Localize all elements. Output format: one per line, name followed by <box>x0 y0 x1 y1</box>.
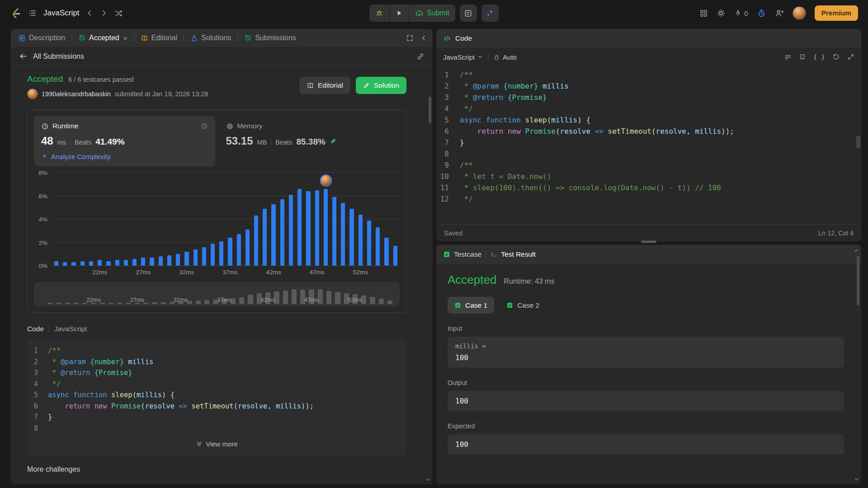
user-avatar[interactable] <box>793 6 806 20</box>
runtime-distribution-bar[interactable] <box>245 230 250 266</box>
runtime-distribution-bar[interactable] <box>237 234 241 266</box>
debugger-button[interactable] <box>369 5 389 22</box>
runtime-distribution-bar[interactable] <box>228 238 232 266</box>
notes-button[interactable] <box>460 5 477 22</box>
tab-accepted[interactable]: Accepted × <box>76 33 129 43</box>
output-field[interactable]: 100 <box>448 391 844 411</box>
back-arrow-icon[interactable] <box>19 52 28 61</box>
memory-stat-card[interactable]: Memory 53.15 MB Beats 85.38% <box>219 116 400 166</box>
add-collaborator-icon[interactable] <box>775 9 784 18</box>
runtime-distribution-bar[interactable] <box>297 189 302 266</box>
case-1-button[interactable]: Case 1 <box>448 297 494 314</box>
runtime-stat-card[interactable]: Runtime 48 ms Beats 41.49% <box>34 116 215 166</box>
runtime-distribution-bar[interactable] <box>150 258 154 266</box>
tab-description[interactable]: Description <box>16 33 67 43</box>
editorial-button[interactable]: Editorial <box>299 77 350 94</box>
format-lines-icon[interactable] <box>784 53 792 61</box>
runtime-distribution-bar[interactable] <box>393 246 397 266</box>
problem-list-icon[interactable] <box>28 9 37 18</box>
runtime-distribution-bar[interactable] <box>289 195 293 266</box>
runtime-distribution-bar[interactable] <box>202 247 206 266</box>
runtime-distribution-bar[interactable] <box>141 258 145 266</box>
runtime-distribution-bar[interactable] <box>106 261 110 266</box>
runtime-distribution-bar[interactable] <box>349 209 354 266</box>
runtime-distribution-bar[interactable] <box>184 252 189 266</box>
runtime-minichart[interactable]: 22ms27ms32ms37ms42ms47ms52ms <box>34 282 400 306</box>
collapse-panel-icon[interactable] <box>420 34 427 42</box>
shuffle-icon[interactable] <box>114 9 123 18</box>
fullscreen-icon[interactable] <box>406 34 414 42</box>
all-submissions-link[interactable]: All Submissions <box>33 52 84 61</box>
reset-code-icon[interactable] <box>832 53 840 61</box>
case-2-button[interactable]: Case 2 <box>500 297 546 314</box>
analyze-complexity-button[interactable]: Analyze Complexity <box>41 153 208 160</box>
share-link-icon[interactable] <box>416 52 425 61</box>
leetcode-logo-icon[interactable] <box>10 7 22 19</box>
runtime-distribution-bar[interactable] <box>71 262 75 266</box>
apps-grid-icon[interactable] <box>699 9 708 18</box>
language-select[interactable]: JavaScript <box>443 53 483 61</box>
user-runtime-marker[interactable] <box>320 174 332 187</box>
tab-solutions[interactable]: Solutions <box>189 33 233 43</box>
runtime-distribution-bar[interactable] <box>332 197 336 266</box>
runtime-distribution-bar[interactable] <box>376 227 380 266</box>
code-editor[interactable]: 1/**2 * @param {number} millis3 * @retur… <box>436 66 861 224</box>
submission-username[interactable]: 1990aleksandrbabaskin <box>42 90 111 98</box>
runtime-distribution-bar[interactable] <box>219 241 223 266</box>
runtime-distribution-bar[interactable] <box>384 238 388 266</box>
info-icon[interactable] <box>201 122 208 130</box>
timer-icon[interactable] <box>757 9 766 18</box>
runtime-distribution-bar[interactable] <box>132 259 137 266</box>
runtime-distribution-bar[interactable] <box>193 249 198 266</box>
runtime-distribution-bar[interactable] <box>115 260 119 266</box>
runtime-distribution-bar[interactable] <box>63 262 67 266</box>
ai-assistant-button[interactable] <box>481 5 499 22</box>
tab-test-result[interactable]: Test Result <box>490 250 536 258</box>
runtime-distribution-bar[interactable] <box>341 203 345 266</box>
settings-gear-icon[interactable] <box>717 9 726 18</box>
code-panel-title[interactable]: Code <box>455 34 472 42</box>
runtime-distribution-bar[interactable] <box>280 199 284 266</box>
maximize-icon[interactable] <box>847 53 854 61</box>
run-button[interactable] <box>389 5 409 22</box>
view-more-button[interactable]: View more <box>27 436 406 452</box>
next-question-icon[interactable] <box>100 9 108 17</box>
runtime-distribution-bar[interactable] <box>54 261 58 266</box>
scrollbar-thumb[interactable] <box>429 97 431 123</box>
runtime-distribution-bar[interactable] <box>159 256 163 266</box>
cursor-position[interactable]: Ln 12, Col 4 <box>818 230 854 237</box>
scroll-down-icon[interactable] <box>425 477 431 483</box>
bookmark-icon[interactable] <box>799 53 806 61</box>
scrollbar-thumb[interactable] <box>856 136 860 148</box>
daily-streak[interactable]: 0 <box>734 9 748 18</box>
runtime-distribution-bar[interactable] <box>271 204 275 266</box>
scroll-down-icon[interactable] <box>854 476 859 482</box>
runtime-distribution-bar[interactable] <box>124 260 128 266</box>
tab-testcase[interactable]: Testcase <box>443 250 481 258</box>
prev-question-icon[interactable] <box>85 9 94 17</box>
runtime-distribution-bar[interactable] <box>98 260 102 266</box>
runtime-distribution-bar[interactable] <box>89 261 93 266</box>
runtime-distribution-bar[interactable] <box>306 191 310 266</box>
submit-button[interactable]: Submit <box>409 5 455 22</box>
runtime-distribution-bar[interactable] <box>80 261 85 266</box>
runtime-distribution-bar[interactable] <box>315 190 319 266</box>
runtime-distribution-bar[interactable] <box>211 244 215 266</box>
braces-icon[interactable]: { } <box>813 53 825 61</box>
panel-resize-handle[interactable] <box>641 241 656 243</box>
close-tab-icon[interactable]: × <box>123 34 127 42</box>
scrollbar-thumb[interactable] <box>857 256 859 305</box>
problem-list-title[interactable]: JavaScript <box>43 9 79 18</box>
runtime-distribution-bar[interactable] <box>254 216 258 266</box>
runtime-distribution-bar[interactable] <box>367 221 371 266</box>
runtime-distribution-bar[interactable] <box>263 209 267 266</box>
runtime-distribution-bar[interactable] <box>167 255 171 266</box>
premium-button[interactable]: Premium <box>815 5 858 21</box>
runtime-distribution-bar[interactable] <box>176 254 180 266</box>
auto-toggle[interactable]: Auto <box>493 53 517 61</box>
scroll-up-icon[interactable] <box>854 248 859 253</box>
tab-editorial[interactable]: Editorial <box>139 33 179 43</box>
solution-button[interactable]: Solution <box>356 77 406 94</box>
runtime-distribution-bar[interactable] <box>324 189 328 266</box>
expected-field[interactable]: 100 <box>448 434 844 455</box>
